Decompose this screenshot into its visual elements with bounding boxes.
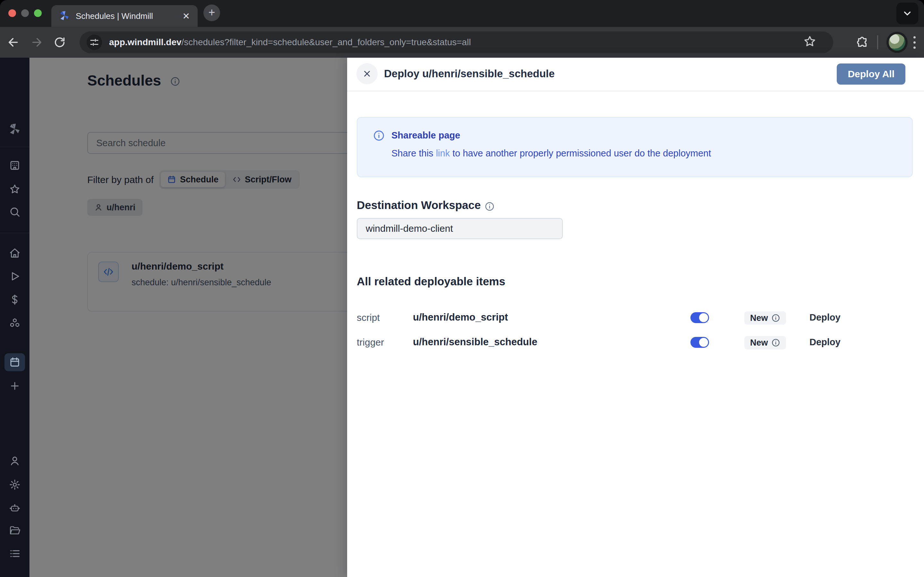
tab-strip: Schedules | Windmill ✕ + (0, 0, 924, 27)
browser-toolbar: app.windmill.dev/schedules?filter_kind=s… (0, 27, 924, 58)
drawer-header-divider (347, 91, 924, 91)
info-box-title: Shareable page (391, 130, 460, 141)
item-toggle[interactable] (690, 312, 709, 323)
item-toggle[interactable] (690, 337, 709, 348)
minimize-window-button[interactable] (21, 9, 29, 17)
destination-workspace-heading: Destination Workspace (357, 199, 481, 211)
close-window-button[interactable] (8, 9, 16, 17)
badge-info-icon[interactable] (771, 338, 780, 347)
shareable-info-box: Shareable page Share this link to have a… (357, 117, 913, 177)
forward-button[interactable] (27, 33, 45, 51)
deployable-item-row: script u/henri/demo_script New Deploy (357, 305, 913, 330)
windmill-logo[interactable] (0, 119, 29, 140)
list-icon (9, 548, 21, 559)
sidebar-item-resources[interactable] (0, 313, 29, 334)
destination-info-icon[interactable] (485, 201, 495, 211)
folder-icon (9, 525, 21, 536)
reload-button[interactable] (51, 33, 69, 51)
sidebar-item-create[interactable] (0, 376, 29, 396)
toolbar-divider (877, 35, 878, 49)
home-icon (9, 247, 21, 259)
sidebar-item-settings[interactable] (0, 474, 29, 495)
site-settings-button[interactable] (87, 35, 102, 50)
play-icon (9, 271, 21, 282)
reload-icon (53, 36, 66, 49)
item-path: u/henri/demo_script (413, 311, 508, 323)
plus-icon (9, 380, 21, 392)
tab-title: Schedules | Windmill (76, 11, 179, 21)
sidebar-item-account[interactable] (0, 451, 29, 471)
back-button[interactable] (5, 33, 23, 51)
address-bar[interactable]: app.windmill.dev/schedules?filter_kind=s… (79, 31, 833, 53)
robot-icon (9, 502, 21, 514)
sidebar-item-audit-logs[interactable] (0, 543, 29, 564)
sidebar-item-folders[interactable] (0, 520, 29, 541)
browser-tab[interactable]: Schedules | Windmill ✕ (51, 5, 198, 27)
info-box-text: Share this link to have another properly… (391, 148, 711, 159)
sidebar-divider (0, 233, 29, 233)
calendar-icon (9, 356, 21, 368)
drawer-close-button[interactable] (357, 63, 378, 84)
deploy-drawer: Deploy u/henri/sensible_schedule Deploy … (347, 58, 924, 577)
url-text: app.windmill.dev/schedules?filter_kind=s… (109, 37, 471, 47)
app-content: Schedules Filter by path of Schedule Scr… (0, 58, 924, 577)
item-status-badge: New (744, 336, 786, 350)
item-kind: trigger (357, 337, 384, 348)
toggle-knob (699, 338, 708, 347)
tab-close-icon[interactable]: ✕ (183, 11, 190, 21)
toolbar-right (855, 27, 924, 58)
sidebar-item-home[interactable] (0, 243, 29, 263)
forward-arrow-icon (30, 36, 43, 49)
zoom-window-button[interactable] (34, 9, 42, 17)
sidebar-item-search[interactable] (0, 201, 29, 222)
cubes-icon (9, 318, 21, 329)
chevron-down-icon (902, 8, 913, 19)
dollar-icon (9, 294, 21, 306)
item-deploy-button[interactable]: Deploy (809, 312, 841, 323)
url-path: /schedules?filter_kind=schedule&user_and… (182, 37, 471, 47)
toggle-knob (699, 313, 708, 322)
url-host: app.windmill.dev (109, 37, 182, 47)
profile-avatar[interactable] (887, 32, 908, 53)
extensions-puzzle-icon (855, 35, 869, 49)
deployable-item-row: trigger u/henri/sensible_schedule New De… (357, 330, 913, 355)
item-status-badge: New (744, 311, 786, 325)
deploy-all-button[interactable]: Deploy All (837, 63, 905, 85)
info-text-before: Share this (391, 148, 436, 158)
badge-label: New (750, 313, 768, 323)
star-icon (9, 183, 21, 195)
badge-info-icon[interactable] (771, 314, 780, 322)
deployable-items-heading: All related deployable items (357, 275, 505, 288)
badge-label: New (750, 338, 768, 348)
info-text-after: to have another properly permissioned us… (450, 148, 711, 158)
extensions-button[interactable] (855, 35, 869, 49)
back-arrow-icon (7, 36, 20, 49)
sidebar-divider (0, 147, 29, 147)
sidebar-item-schedules[interactable] (0, 352, 29, 372)
new-tab-button[interactable]: + (204, 5, 220, 21)
bookmark-button[interactable] (803, 35, 817, 48)
share-link[interactable]: link (436, 148, 450, 158)
item-kind: script (357, 312, 380, 323)
sidebar-item-favorites[interactable] (0, 179, 29, 199)
sidebar-item-variables[interactable] (0, 290, 29, 310)
item-deploy-button[interactable]: Deploy (809, 337, 841, 348)
drawer-scrim[interactable] (29, 58, 347, 577)
sidebar-item-workspace[interactable] (0, 155, 29, 176)
destination-workspace-input[interactable] (357, 218, 563, 239)
bookmark-star-icon (803, 35, 817, 48)
close-icon (362, 69, 372, 79)
sidebar-item-workers[interactable] (0, 498, 29, 518)
gear-icon (9, 479, 21, 490)
sidebar (0, 58, 29, 577)
tab-search-chevron-button[interactable] (897, 3, 918, 24)
browser-menu-button[interactable] (913, 36, 916, 49)
sidebar-item-runs[interactable] (0, 266, 29, 287)
avatar-photo (889, 34, 905, 51)
drawer-title: Deploy u/henri/sensible_schedule (384, 68, 555, 80)
info-icon (373, 129, 385, 142)
building-icon (9, 160, 21, 171)
item-path: u/henri/sensible_schedule (413, 336, 537, 348)
browser-window: Schedules | Windmill ✕ + app.windmill.de… (0, 0, 924, 577)
person-icon (9, 455, 21, 467)
